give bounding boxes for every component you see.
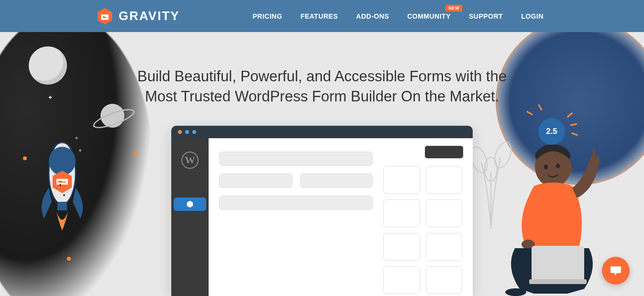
svg-rect-4 [57,202,67,210]
nav-login[interactable]: LOGIN [521,12,544,20]
chat-icon [609,264,622,277]
nav-pricing[interactable]: PRICING [253,12,282,20]
window-dot-icon [185,130,189,134]
mockup-titlebar [171,126,473,138]
svg-point-5 [59,184,61,186]
mockup-sidebar: W [171,138,209,296]
svg-point-11 [544,164,548,169]
version-badge: 2.5 [538,118,565,145]
gravity-logo-icon [96,7,114,25]
mockup-field [219,196,373,210]
mockup-fields [219,152,373,283]
mockup-block [426,266,463,294]
nav-community[interactable]: COMMUNITY NEW [407,12,451,20]
mockup-block [383,166,420,194]
mockup-body: W [171,138,473,296]
saturn-icon [100,104,124,128]
mockup-block [426,233,463,261]
mockup-block [383,199,420,227]
form-builder-mockup: W [171,126,473,296]
svg-rect-16 [532,246,584,282]
chat-button[interactable] [602,257,630,285]
svg-point-18 [505,288,526,296]
svg-marker-19 [187,201,193,208]
hero-section: ✦ ✦ Build Beautiful, Powerful, and Acces… [0,32,644,296]
rocket-icon [33,135,91,240]
dot-icon [23,156,27,160]
window-dot-icon [192,130,196,134]
nav-features[interactable]: FEATURES [300,12,338,20]
svg-point-12 [556,164,560,168]
svg-point-6 [63,194,65,196]
mockup-canvas [209,138,473,296]
main-nav: PRICING FEATURES ADD-ONS COMMUNITY NEW S… [253,12,544,20]
mockup-block [426,166,463,194]
mockup-field [219,174,292,188]
site-header: GRAVITY PRICING FEATURES ADD-ONS COMMUNI… [0,0,644,32]
dot-icon [67,257,71,261]
svg-rect-14 [592,149,595,159]
mockup-action-button [425,146,463,158]
svg-rect-17 [529,279,587,284]
mockup-block [383,233,420,261]
wordpress-icon: W [181,152,199,169]
svg-point-13 [566,165,573,174]
mockup-field [219,152,373,166]
mockup-block [426,199,463,227]
dot-icon [134,152,138,155]
gravity-mini-icon [174,197,206,211]
hero-headline: Build Beautiful, Powerful, and Accessibl… [119,32,525,107]
nav-addons[interactable]: ADD-ONS [356,12,389,20]
new-badge: NEW [445,5,462,11]
brand-name: GRAVITY [119,9,180,23]
nav-support[interactable]: SUPPORT [469,12,503,20]
star-icon: ✦ [48,94,53,101]
window-dot-icon [178,130,182,134]
mockup-field [300,174,373,188]
brand-logo[interactable]: GRAVITY [96,7,180,25]
mockup-block [383,266,420,294]
moon-icon [29,46,67,85]
mockup-palette [383,166,462,283]
